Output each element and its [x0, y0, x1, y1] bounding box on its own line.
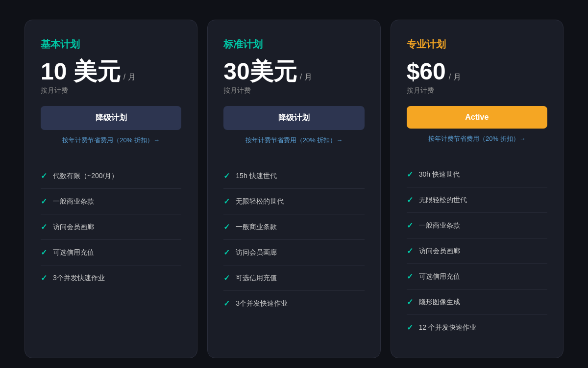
- price-period-basic: / 月: [123, 72, 136, 82]
- check-icon: ✓: [223, 171, 230, 181]
- list-item: ✓一般商业条款: [41, 189, 181, 214]
- list-item: ✓可选信用充值: [223, 265, 364, 291]
- price-row-basic: 10 美元/ 月: [41, 60, 181, 83]
- check-icon: ✓: [223, 299, 230, 308]
- feature-text: 可选信用充值: [53, 248, 94, 257]
- check-icon: ✓: [223, 197, 230, 206]
- billing-info-standard: 按月计费: [223, 86, 364, 95]
- check-icon: ✓: [41, 171, 47, 181]
- feature-text: 一般商业条款: [53, 197, 94, 206]
- feature-text: 访问会员画廊: [419, 247, 460, 256]
- yearly-link-basic[interactable]: 按年计费节省费用（20% 折扣）→: [41, 136, 181, 145]
- check-icon: ✓: [407, 323, 413, 332]
- check-icon: ✓: [407, 246, 413, 256]
- list-item: ✓一般商业条款: [223, 214, 364, 240]
- price-amount-basic: 10 美元: [41, 60, 121, 83]
- check-icon: ✓: [41, 273, 47, 283]
- list-item: ✓代数有限（~200/月）: [41, 163, 181, 189]
- pricing-container: 基本计划10 美元/ 月按月计费降级计划按年计费节省费用（20% 折扣）→✓代数…: [10, 0, 578, 368]
- list-item: ✓可选信用充值: [41, 240, 181, 265]
- plan-button-pro[interactable]: Active: [407, 106, 547, 129]
- list-item: ✓30h 快速世代: [407, 162, 547, 187]
- plan-card-basic: 基本计划10 美元/ 月按月计费降级计划按年计费节省费用（20% 折扣）→✓代数…: [24, 20, 197, 358]
- list-item: ✓访问会员画廊: [223, 240, 364, 265]
- feature-text: 隐形图像生成: [419, 298, 460, 307]
- price-period-pro: / 月: [449, 72, 461, 82]
- yearly-link-pro[interactable]: 按年计费节省费用（20% 折扣）→: [407, 134, 547, 143]
- list-item: ✓12 个并发快速作业: [407, 315, 547, 340]
- plan-title-pro: 专业计划: [407, 38, 547, 51]
- list-item: ✓无限轻松的世代: [407, 187, 547, 213]
- check-icon: ✓: [223, 222, 230, 232]
- feature-text: 无限轻松的世代: [419, 196, 467, 205]
- feature-text: 访问会员画廊: [53, 223, 94, 232]
- list-item: ✓隐形图像生成: [407, 289, 547, 315]
- check-icon: ✓: [223, 273, 230, 283]
- feature-text: 无限轻松的世代: [236, 197, 284, 206]
- price-row-pro: $60/ 月: [407, 60, 547, 83]
- features-list-pro: ✓30h 快速世代✓无限轻松的世代✓一般商业条款✓访问会员画廊✓可选信用充值✓隐…: [407, 162, 547, 340]
- check-icon: ✓: [407, 221, 413, 230]
- feature-text: 12 个并发快速作业: [419, 323, 476, 332]
- billing-info-basic: 按月计费: [41, 86, 181, 95]
- plan-button-basic[interactable]: 降级计划: [41, 106, 181, 130]
- plan-card-pro: 专业计划$60/ 月按月计费Active按年计费节省费用（20% 折扣）→✓30…: [391, 20, 564, 358]
- features-list-standard: ✓15h 快速世代✓无限轻松的世代✓一般商业条款✓访问会员画廊✓可选信用充值✓3…: [223, 163, 364, 316]
- check-icon: ✓: [407, 272, 413, 281]
- check-icon: ✓: [407, 195, 413, 205]
- features-list-basic: ✓代数有限（~200/月）✓一般商业条款✓访问会员画廊✓可选信用充值✓3个并发快…: [41, 163, 181, 290]
- feature-text: 代数有限（~200/月）: [53, 172, 118, 181]
- list-item: ✓一般商业条款: [407, 213, 547, 238]
- feature-text: 可选信用充值: [236, 274, 277, 283]
- billing-info-pro: 按月计费: [407, 86, 547, 95]
- feature-text: 3个并发快速作业: [236, 299, 288, 308]
- list-item: ✓访问会员画廊: [41, 214, 181, 240]
- check-icon: ✓: [41, 222, 47, 232]
- price-period-standard: / 月: [300, 72, 312, 82]
- check-icon: ✓: [223, 248, 230, 257]
- plan-button-standard[interactable]: 降级计划: [223, 106, 364, 130]
- feature-text: 3个并发快速作业: [53, 274, 105, 283]
- list-item: ✓3个并发快速作业: [41, 265, 181, 290]
- check-icon: ✓: [407, 297, 413, 307]
- price-amount-pro: $60: [407, 60, 446, 83]
- check-icon: ✓: [407, 170, 413, 179]
- feature-text: 30h 快速世代: [419, 170, 460, 179]
- feature-text: 一般商业条款: [236, 223, 277, 232]
- yearly-link-standard[interactable]: 按年计费节省费用（20% 折扣）→: [223, 136, 364, 145]
- list-item: ✓15h 快速世代: [223, 163, 364, 189]
- list-item: ✓无限轻松的世代: [223, 189, 364, 214]
- price-row-standard: 30美元/ 月: [223, 60, 364, 83]
- price-amount-standard: 30美元: [223, 60, 296, 83]
- check-icon: ✓: [41, 197, 47, 206]
- list-item: ✓访问会员画廊: [407, 238, 547, 264]
- list-item: ✓可选信用充值: [407, 264, 547, 289]
- feature-text: 15h 快速世代: [236, 172, 276, 181]
- feature-text: 一般商业条款: [419, 221, 460, 230]
- feature-text: 访问会员画廊: [236, 248, 277, 257]
- plan-title-standard: 标准计划: [223, 38, 364, 51]
- check-icon: ✓: [41, 248, 47, 257]
- plan-title-basic: 基本计划: [41, 38, 181, 51]
- feature-text: 可选信用充值: [419, 272, 460, 281]
- plan-card-standard: 标准计划30美元/ 月按月计费降级计划按年计费节省费用（20% 折扣）→✓15h…: [207, 20, 380, 358]
- list-item: ✓3个并发快速作业: [223, 291, 364, 316]
